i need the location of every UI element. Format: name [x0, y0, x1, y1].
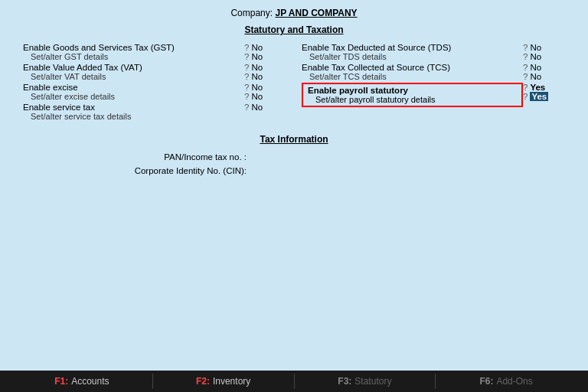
service-tax-sub-label: Set/alter service tax details	[31, 112, 244, 121]
payroll-sub-label: Set/alter payroll statutory details	[315, 95, 517, 104]
gst-label: Enable Goods and Services Tax (GST)	[23, 43, 244, 52]
tds-row: Enable Tax Deducted at Source (TDS) Set/…	[302, 43, 565, 61]
tcs-value1: No	[530, 63, 541, 72]
payroll-value2: Yes	[530, 92, 548, 101]
statutory-title: Statutory and Taxation	[15, 24, 573, 35]
gst-sub-label: Set/alter GST details	[31, 52, 244, 61]
f6-key: F6:	[479, 376, 493, 387]
f3-key: F3:	[338, 376, 351, 387]
footer-f1[interactable]: F1: Accounts	[11, 376, 152, 387]
pan-label: PAN/Income tax no. :	[130, 152, 253, 162]
f1-label: Accounts	[71, 376, 109, 387]
tcs-label: Enable Tax Collected at Source (TCS)	[302, 63, 523, 72]
vat-label: Enable Value Added Tax (VAT)	[23, 63, 244, 72]
vat-value2: No	[251, 72, 263, 81]
footer-bar: F1: Accounts F2: Inventory F3: Statutory…	[0, 371, 588, 392]
company-name: JP AND COMPANY	[275, 8, 357, 18]
footer-f6[interactable]: F6: Add-Ons	[436, 376, 577, 387]
tcs-sub-label: Set/alter TCS details	[309, 72, 523, 81]
gst-value1: No	[251, 43, 263, 52]
service-tax-row: Enable service tax Set/alter service tax…	[23, 103, 286, 121]
statutory-grid: Enable Goods and Services Tax (GST) Set/…	[15, 43, 573, 122]
gst-row: Enable Goods and Services Tax (GST) Set/…	[23, 43, 286, 61]
f3-label: Statutory	[354, 376, 391, 387]
right-column: Enable Tax Deducted at Source (TDS) Set/…	[294, 43, 573, 122]
tds-value1: No	[530, 43, 541, 52]
vat-sub-label: Set/alter VAT details	[31, 72, 244, 81]
pan-value[interactable]	[253, 152, 573, 162]
cin-row: Corporate Identity No. (CIN):	[15, 166, 573, 175]
f2-key: F2:	[196, 376, 210, 387]
cin-value[interactable]	[253, 166, 573, 175]
payroll-row[interactable]: Enable payroll statutory Set/alter payro…	[302, 83, 565, 107]
tcs-row: Enable Tax Collected at Source (TCS) Set…	[302, 63, 565, 81]
service-tax-label: Enable service tax	[23, 103, 244, 112]
pan-row: PAN/Income tax no. :	[15, 152, 573, 162]
footer-f2[interactable]: F2: Inventory	[153, 376, 294, 387]
f1-key: F1:	[54, 376, 68, 387]
service-tax-value1: No	[251, 103, 263, 112]
company-label: Company:	[230, 8, 273, 18]
excise-row: Enable excise Set/alter excise details ?…	[23, 83, 286, 101]
excise-value2: No	[251, 92, 263, 101]
left-column: Enable Goods and Services Tax (GST) Set/…	[15, 43, 294, 122]
f6-label: Add-Ons	[496, 376, 532, 387]
main-content: Company: JP AND COMPANY Statutory and Ta…	[0, 0, 588, 188]
excise-label: Enable excise	[23, 83, 244, 92]
vat-row: Enable Value Added Tax (VAT) Set/alter V…	[23, 63, 286, 81]
gst-value2: No	[251, 52, 263, 61]
tds-label: Enable Tax Deducted at Source (TDS)	[302, 43, 523, 52]
vat-value1: No	[251, 63, 263, 72]
tcs-value2: No	[530, 72, 541, 81]
excise-value1: No	[251, 83, 263, 92]
cin-label: Corporate Identity No. (CIN):	[130, 166, 253, 175]
payroll-label: Enable payroll statutory	[308, 86, 517, 95]
excise-sub-label: Set/alter excise details	[31, 92, 244, 101]
payroll-value1: Yes	[530, 83, 545, 92]
tax-info-title: Tax Information	[15, 134, 573, 145]
tax-info-section: Tax Information PAN/Income tax no. : Cor…	[15, 134, 573, 175]
company-header: Company: JP AND COMPANY	[15, 8, 573, 18]
tds-value2: No	[530, 52, 541, 61]
tds-sub-label: Set/alter TDS details	[309, 52, 523, 61]
f2-label: Inventory	[213, 376, 250, 387]
footer-f3[interactable]: F3: Statutory	[295, 376, 436, 387]
